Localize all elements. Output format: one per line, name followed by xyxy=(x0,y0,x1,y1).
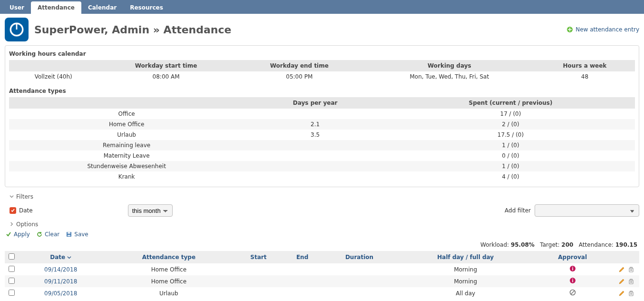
entry-row: 09/05/2018UrlaubAll day xyxy=(5,287,639,299)
tab-calendar[interactable]: Calendar xyxy=(81,1,123,14)
summary-card: Working hours calendar Workday start tim… xyxy=(5,45,639,187)
col-start[interactable]: Start xyxy=(250,254,266,261)
date-filter-checkbox[interactable]: Date xyxy=(10,207,33,214)
entry-halfday: All day xyxy=(397,287,534,299)
sort-desc-icon xyxy=(67,255,71,260)
section-name: Attendance xyxy=(164,24,232,36)
attendance-types-title: Attendance types xyxy=(9,86,635,97)
action-bar: Apply Clear Save xyxy=(5,229,639,241)
entry-start xyxy=(234,275,283,287)
edit-icon[interactable] xyxy=(618,266,625,273)
wh-start: 08:00 AM xyxy=(98,71,234,82)
entry-approval xyxy=(534,275,611,287)
filters-label: Filters xyxy=(16,193,33,200)
clear-button[interactable]: Clear xyxy=(37,231,59,238)
stats-summary: Workload: 95.08% Target: 200 Attendance:… xyxy=(5,241,639,250)
filters-toggle[interactable]: Filters xyxy=(5,192,639,201)
add-icon xyxy=(566,26,573,33)
delete-icon[interactable] xyxy=(628,290,634,297)
chevron-down-icon xyxy=(10,193,14,200)
add-filter-label: Add filter xyxy=(505,207,531,214)
select-all-checkbox[interactable] xyxy=(9,253,15,260)
at-col: Days per year xyxy=(244,97,386,109)
attendance-type-row: Remaining leave1 / (0) xyxy=(9,140,635,150)
attendance-type-row: Office17 / (0) xyxy=(9,109,635,119)
options-toggle[interactable]: Options xyxy=(5,220,639,229)
save-button[interactable]: Save xyxy=(66,231,88,238)
col-end[interactable]: End xyxy=(296,254,308,261)
at-col xyxy=(9,97,244,109)
entry-approval xyxy=(534,263,611,275)
col-date[interactable]: Date xyxy=(50,254,71,261)
avatar xyxy=(5,18,29,41)
svg-rect-13 xyxy=(629,280,633,284)
deny-icon xyxy=(569,289,576,296)
entry-date-link[interactable]: 09/11/2018 xyxy=(44,278,77,285)
col-type[interactable]: Attendance type xyxy=(142,254,195,261)
wh-col xyxy=(9,60,98,71)
date-filter-select[interactable]: this month xyxy=(128,204,173,217)
col-duration[interactable]: Duration xyxy=(345,254,373,261)
new-attendance-entry-link[interactable]: New attendance entry xyxy=(566,26,639,33)
entry-approval xyxy=(534,287,611,299)
entry-duration xyxy=(322,263,397,275)
chevron-right-icon xyxy=(10,221,14,228)
row-checkbox[interactable] xyxy=(9,290,15,296)
wh-name: Vollzeit (40h) xyxy=(9,71,98,82)
attendance-type-row: Krank4 / (0) xyxy=(9,171,635,182)
wh-hours: 48 xyxy=(535,71,635,82)
svg-rect-11 xyxy=(572,280,573,282)
edit-icon[interactable] xyxy=(618,290,625,297)
info-icon xyxy=(569,265,576,272)
apply-button[interactable]: Apply xyxy=(6,231,30,238)
col-halfday[interactable]: Half day / full day xyxy=(437,254,494,261)
at-col: Spent (current / previous) xyxy=(386,97,635,109)
entry-duration xyxy=(322,287,397,299)
tab-resources[interactable]: Resources xyxy=(123,1,170,14)
entry-date-link[interactable]: 09/14/2018 xyxy=(44,266,77,273)
attendance-type-row: Maternity Leave0 / (0) xyxy=(9,150,635,161)
entry-start xyxy=(234,263,283,275)
tab-user[interactable]: User xyxy=(3,1,31,14)
entry-end xyxy=(283,287,322,299)
svg-rect-5 xyxy=(68,235,70,236)
wh-col: Working days xyxy=(364,60,535,71)
options-label: Options xyxy=(16,221,38,228)
col-approval[interactable]: Approval xyxy=(558,254,587,261)
title-separator: » xyxy=(153,24,160,36)
row-checkbox[interactable] xyxy=(9,278,15,284)
svg-rect-1 xyxy=(16,23,18,30)
entry-halfday: Morning xyxy=(397,263,534,275)
edit-icon[interactable] xyxy=(618,278,625,285)
entry-halfday: Morning xyxy=(397,275,534,287)
svg-rect-8 xyxy=(572,267,573,268)
entry-duration xyxy=(322,275,397,287)
svg-rect-7 xyxy=(572,268,573,271)
delete-icon[interactable] xyxy=(628,266,634,273)
date-filter-label: Date xyxy=(19,207,33,214)
row-checkbox[interactable] xyxy=(9,266,15,272)
new-entry-label: New attendance entry xyxy=(576,26,639,33)
svg-rect-4 xyxy=(68,232,70,234)
reload-icon xyxy=(37,231,42,237)
svg-rect-15 xyxy=(629,292,633,296)
user-name: SuperPower, Admin xyxy=(34,24,149,36)
entry-type: Urlaub xyxy=(103,287,234,299)
svg-rect-9 xyxy=(629,268,633,272)
delete-icon[interactable] xyxy=(628,278,634,285)
svg-rect-12 xyxy=(572,279,573,280)
attendance-type-row: Stundenweise Abwesenheit1 / (0) xyxy=(9,161,635,171)
add-filter-select[interactable] xyxy=(535,204,639,217)
attendance-types-table: Days per yearSpent (current / previous) … xyxy=(9,97,635,182)
entry-type: Home Office xyxy=(103,275,234,287)
entry-end xyxy=(283,275,322,287)
entry-end xyxy=(283,263,322,275)
working-hours-table: Workday start timeWorkday end timeWorkin… xyxy=(9,60,635,82)
wh-col: Hours a week xyxy=(535,60,635,71)
wh-col: Workday end time xyxy=(234,60,364,71)
entry-type: Home Office xyxy=(103,263,234,275)
tab-attendance[interactable]: Attendance xyxy=(31,1,81,14)
check-icon xyxy=(6,231,11,237)
checkmark-icon xyxy=(10,207,16,214)
entry-date-link[interactable]: 09/05/2018 xyxy=(44,290,77,297)
